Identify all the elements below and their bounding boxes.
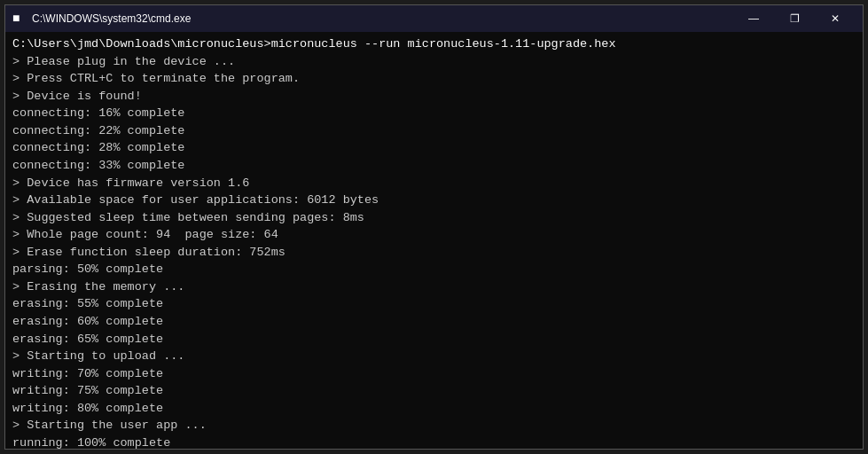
terminal-line: connecting: 33% complete [12, 157, 856, 175]
maximize-button[interactable]: ❐ [774, 5, 815, 32]
close-button[interactable]: ✕ [815, 5, 856, 32]
terminal-line: writing: 75% complete [12, 382, 856, 400]
terminal-line: erasing: 65% complete [12, 331, 856, 348]
terminal-line: > Whole page count: 94 page size: 64 [12, 226, 856, 244]
terminal-line: > Erasing the memory ... [12, 278, 856, 296]
terminal-line: writing: 70% complete [12, 365, 856, 383]
titlebar-title: C:\WINDOWS\system32\cmd.exe [32, 12, 733, 25]
terminal-line: > Press CTRL+C to terminate the program. [12, 70, 856, 88]
titlebar: ■ C:\WINDOWS\system32\cmd.exe — ❐ ✕ [5, 5, 863, 32]
terminal-line: running: 100% complete [12, 434, 856, 449]
window-controls: — ❐ ✕ [733, 5, 856, 32]
terminal-line: connecting: 28% complete [12, 139, 856, 157]
terminal-line: > Device has firmware version 1.6 [12, 175, 856, 192]
terminal-line: C:\Users\jmd\Downloads\micronucleus>micr… [12, 35, 856, 53]
terminal-line: erasing: 60% complete [12, 313, 856, 331]
terminal-line: erasing: 55% complete [12, 295, 856, 313]
terminal-line: > Available space for user applications:… [12, 192, 856, 209]
terminal-line: parsing: 50% complete [12, 261, 856, 278]
terminal-line: > Suggested sleep time between sending p… [12, 209, 856, 227]
terminal-line: writing: 80% complete [12, 400, 856, 418]
cmd-window: ■ C:\WINDOWS\system32\cmd.exe — ❐ ✕ C:\U… [4, 4, 864, 450]
terminal-line: connecting: 22% complete [12, 122, 856, 140]
terminal-output: C:\Users\jmd\Downloads\micronucleus>micr… [5, 32, 863, 449]
terminal-line: > Device is found! [12, 88, 856, 106]
minimize-button[interactable]: — [733, 5, 774, 32]
terminal-line: > Please plug in the device ... [12, 53, 856, 71]
terminal-line: > Erase function sleep duration: 752ms [12, 244, 856, 262]
terminal-line: > Starting to upload ... [12, 348, 856, 365]
terminal-line: > Starting the user app ... [12, 417, 856, 434]
cmd-icon: ■ [12, 12, 27, 26]
terminal-line: connecting: 16% complete [12, 105, 856, 122]
